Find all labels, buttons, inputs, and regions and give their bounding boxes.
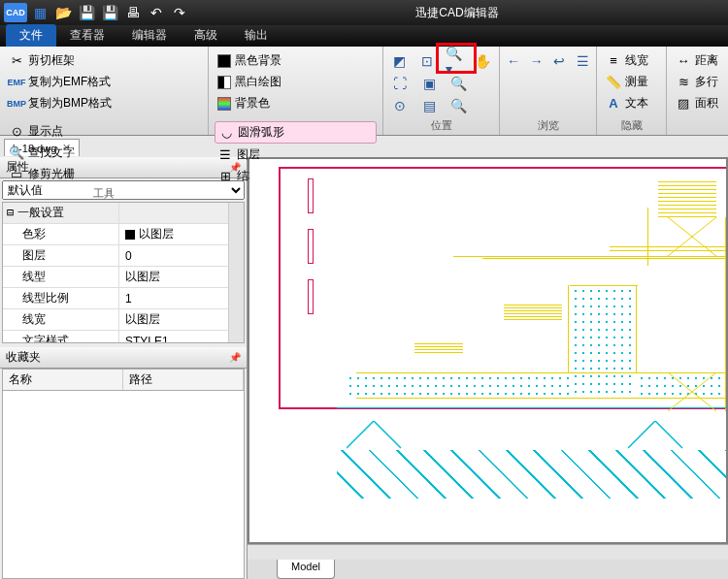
zoom-realtime-icon[interactable]: 🔍 — [447, 95, 469, 116]
bmp-icon: BMP — [9, 96, 24, 112]
black-bg-button[interactable]: 黑色背景 — [215, 50, 377, 71]
ribbon-group-position: ◩ ⊡ 🔍▾ ✋ ⛶ ▣ 🔍 ⊙ ▤ 🔍 位置 — [383, 47, 500, 135]
lineweight-button[interactable]: ≡线宽 — [603, 50, 660, 71]
nav-right-icon[interactable]: → — [529, 50, 545, 72]
crop-icon: ✂ — [9, 53, 24, 69]
crop-frame-button[interactable]: ✂剪切框架 — [6, 50, 202, 71]
ribbon-group-tools: ✂剪切框架 EMF复制为EMF格式 BMP复制为BMP格式 ⊙显示点 🔍查找文字… — [0, 47, 209, 135]
drawing-annotation — [414, 343, 463, 353]
cyan-triangle — [628, 421, 686, 450]
hatch-diagonal — [337, 450, 726, 499]
undo-icon[interactable]: ↶ — [146, 3, 167, 22]
zoom-all-icon[interactable]: ▤ — [418, 95, 440, 116]
canvas-scrollbar[interactable] — [248, 544, 728, 560]
group-label-tools: 工具 — [6, 184, 202, 201]
cyan-dim — [658, 217, 716, 411]
ribbon: ✂剪切框架 EMF复制为EMF格式 BMP复制为BMP格式 ⊙显示点 🔍查找文字… — [0, 47, 728, 136]
zoom-window-icon[interactable]: ◩ — [389, 50, 410, 72]
zoom-sel-icon[interactable]: ▣ — [418, 73, 440, 94]
frame-detail — [308, 279, 314, 314]
favorites-columns: 名称 路径 — [2, 369, 245, 391]
bw-draw-button[interactable]: 黑白绘图 — [215, 72, 377, 92]
multiline-button[interactable]: ≋多行 — [673, 72, 722, 92]
cyan-triangle — [347, 421, 405, 450]
titlebar: CAD ▦ 📂 💾 💾 🖶 ↶ ↷ 迅捷CAD编辑器 — [0, 0, 728, 25]
prop-row[interactable]: 线型以图层 — [3, 267, 228, 288]
favorites-panel: 收藏夹 📌 名称 路径 — [0, 347, 247, 579]
nav-list-icon[interactable]: ☰ — [575, 50, 590, 72]
print-icon[interactable]: 🖶 — [122, 3, 144, 22]
main-area: 属性 📌 默认值 ⊟ 一般设置 色彩以图层 图层0 线型以图层 线型比例1 — [0, 157, 728, 579]
fit-icon[interactable]: ⛶ — [389, 73, 411, 94]
text-button[interactable]: A文本 — [603, 93, 660, 113]
text-icon: A — [606, 96, 621, 112]
trim-icon: ▭ — [9, 167, 24, 182]
zoom-extents-icon[interactable]: ⊡ — [417, 50, 438, 72]
color-swatch — [125, 230, 135, 240]
lineweight-icon: ≡ — [606, 53, 621, 69]
ribbon-group-cad-draw: 黑色背景 黑白绘图 背景色 ◡圆滑弧形 ☰图层 ⊞结构 CAD绘图设置 — [209, 47, 383, 135]
smooth-arc-button[interactable]: ◡圆滑弧形 — [215, 121, 377, 144]
save-icon[interactable]: 💾 — [76, 3, 97, 22]
props-section[interactable]: ⊟ 一般设置 — [3, 203, 228, 224]
col-name[interactable]: 名称 — [3, 370, 123, 390]
prop-row[interactable]: 图层0 — [3, 245, 228, 267]
pin-icon[interactable]: 📌 — [229, 352, 241, 363]
hatch-dots — [572, 287, 634, 396]
tab-file[interactable]: 文件 — [6, 24, 56, 47]
show-points-button[interactable]: ⊙显示点 — [6, 121, 202, 142]
model-space-tab[interactable]: Model — [277, 560, 335, 579]
nav-back-icon[interactable]: ↩ — [552, 50, 568, 72]
bg-color-button[interactable]: 背景色 — [215, 93, 377, 113]
ribbon-group-more: ↔距离 ≋多行 ▨面积 — [667, 47, 728, 135]
zoom-in-dropdown[interactable]: 🔍▾ — [446, 50, 466, 72]
structure-icon: ⊞ — [217, 169, 233, 184]
area-icon: ▨ — [676, 96, 691, 112]
app-icon[interactable]: CAD — [4, 3, 27, 22]
drawing-annotation — [504, 305, 562, 320]
copy-bmp-button[interactable]: BMP复制为BMP格式 — [6, 93, 202, 113]
saveas-icon[interactable]: 💾 — [99, 3, 120, 22]
group-label-browse: 浏览 — [506, 116, 590, 133]
app-title: 迅捷CAD编辑器 — [190, 5, 724, 21]
area-button[interactable]: ▨面积 — [673, 93, 722, 113]
tab-editor[interactable]: 编辑器 — [118, 24, 181, 47]
ribbon-group-hide: ≡线宽 📏测量 A文本 隐藏 — [597, 47, 667, 135]
col-path[interactable]: 路径 — [123, 370, 244, 390]
tab-output[interactable]: 输出 — [231, 24, 281, 47]
bw-icon — [217, 76, 231, 89]
find-icon: 🔍 — [9, 145, 24, 161]
tab-viewer[interactable]: 查看器 — [56, 24, 118, 47]
bgcolor-icon — [217, 97, 231, 111]
find-text-button[interactable]: 🔍查找文字 — [6, 143, 202, 163]
blackbg-icon — [217, 54, 231, 68]
zoom-out-icon[interactable]: 🔍 — [447, 73, 469, 94]
y-line — [570, 285, 638, 286]
measure-icon: 📏 — [606, 75, 621, 90]
measure-button[interactable]: 📏测量 — [603, 72, 660, 92]
copy-emf-button[interactable]: EMF复制为EMF格式 — [6, 72, 202, 92]
prop-row[interactable]: 文字样式STYLE1 — [3, 331, 228, 342]
prop-row[interactable]: 线型比例1 — [3, 288, 228, 309]
tab-advanced[interactable]: 高级 — [181, 24, 231, 47]
properties-grid: ⊟ 一般设置 色彩以图层 图层0 线型以图层 线型比例1 线宽以图层 文字样式S… — [2, 202, 245, 343]
open-icon[interactable]: 📂 — [52, 3, 74, 22]
nav-left-icon[interactable]: ← — [506, 50, 521, 72]
canvas-area: Model — [248, 157, 728, 579]
properties-scrollbar[interactable] — [228, 203, 244, 342]
hatch-dots — [347, 374, 570, 396]
pan-icon[interactable]: ✋ — [473, 50, 493, 72]
distance-button[interactable]: ↔距离 — [673, 50, 722, 71]
prop-row[interactable]: 线宽以图层 — [3, 309, 228, 331]
multiline-icon: ≋ — [676, 75, 691, 90]
emf-icon: EMF — [9, 75, 24, 90]
redo-icon[interactable]: ↷ — [169, 3, 190, 22]
drawing-canvas[interactable] — [249, 159, 726, 542]
favorites-header: 收藏夹 📌 — [0, 347, 247, 369]
trim-raster-button[interactable]: ▭修剪光栅 — [6, 164, 202, 184]
prop-row[interactable]: 色彩以图层 — [3, 224, 228, 245]
new-icon[interactable]: ▦ — [29, 3, 50, 22]
favorites-body — [2, 391, 245, 579]
app-window: CAD ▦ 📂 💾 💾 🖶 ↶ ↷ 迅捷CAD编辑器 文件 查看器 编辑器 高级… — [0, 0, 728, 579]
zoom-center-icon[interactable]: ⊙ — [389, 95, 411, 116]
